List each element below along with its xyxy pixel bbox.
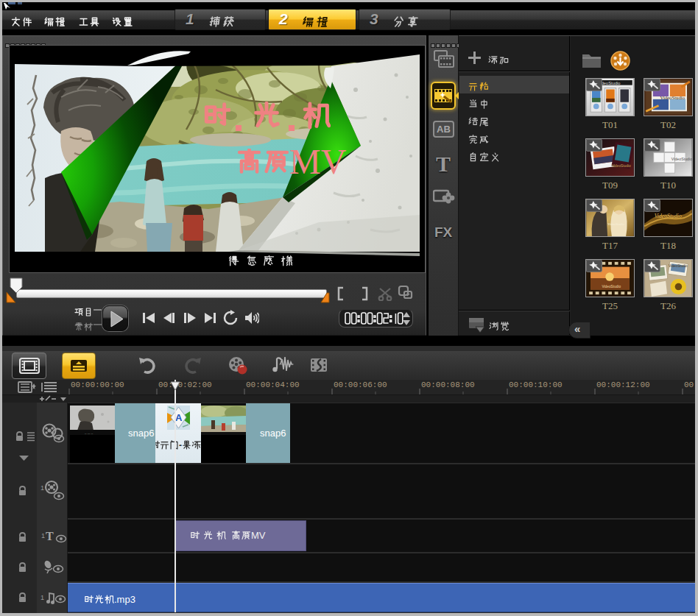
svg-text:VideoStudio: VideoStudio bbox=[602, 285, 621, 288]
svg-text:A: A bbox=[175, 412, 183, 423]
svg-text:VideoStudio: VideoStudio bbox=[607, 222, 625, 226]
svg-text:MV: MV bbox=[289, 142, 347, 181]
svg-text:VideoStudio: VideoStudio bbox=[671, 157, 692, 161]
svg-text:VideoStudio: VideoStudio bbox=[612, 164, 631, 168]
svg-text:VideoStudio: VideoStudio bbox=[669, 264, 688, 268]
svg-text:VideoStudio: VideoStudio bbox=[655, 213, 682, 219]
svg-text:VideoStudio: VideoStudio bbox=[660, 95, 685, 100]
